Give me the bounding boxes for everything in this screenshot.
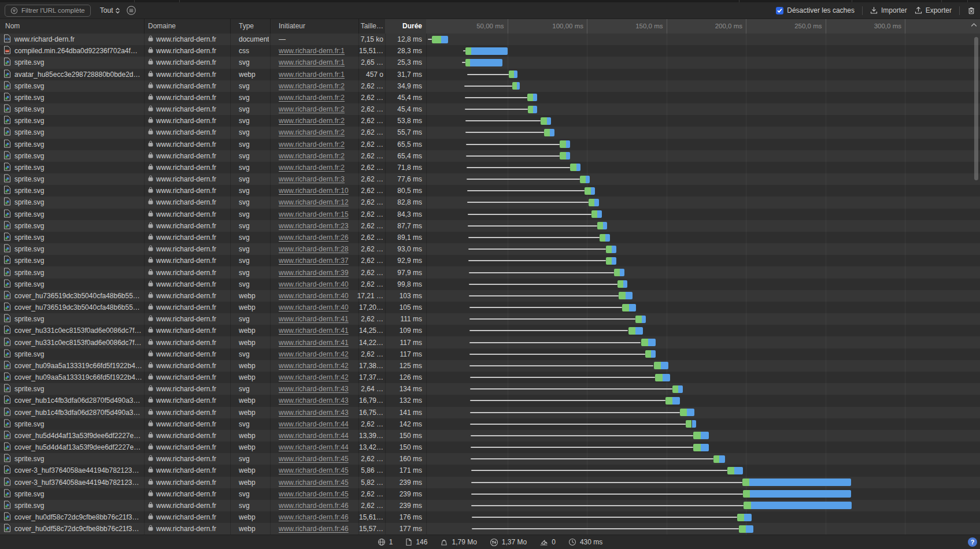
table-row[interactable]: sprite.svgwww.richard-dern.frsvgwww.rich… — [0, 266, 980, 278]
table-row[interactable]: sprite.svgwww.richard-dern.frsvgwww.rich… — [0, 313, 980, 325]
domain-cell: www.richard-dern.fr — [148, 477, 229, 488]
timeline-gridline — [905, 418, 905, 430]
table-row[interactable]: cover_hu0df58c72dc9cfbe8bb76c21f3…www.ri… — [0, 523, 980, 535]
table-row[interactable]: cover_hu09aa5a133319c66fd5f1922b4…www.ri… — [0, 360, 980, 372]
document-image-icon — [3, 372, 11, 383]
duration-cell: 45,4 ms — [384, 103, 422, 115]
import-button[interactable]: Importer — [870, 6, 907, 14]
domain-value: www.richard-dern.fr — [156, 94, 216, 102]
table-row[interactable]: cover-3_huf3764058ae44194b782123…www.ric… — [0, 477, 980, 488]
request-name-cell: <>www.richard-dern.fr — [3, 34, 142, 45]
table-row[interactable]: cover_hu736519dc3b5040cfa48b6b55…www.ric… — [0, 302, 980, 313]
table-row[interactable]: sprite.svgwww.richard-dern.frsvgwww.rich… — [0, 57, 980, 68]
table-row[interactable]: sprite.svgwww.richard-dern.frsvgwww.rich… — [0, 453, 980, 465]
table-row[interactable]: <>www.richard-dern.frwww.richard-dern.fr… — [0, 34, 980, 45]
table-row[interactable]: sprite.svgwww.richard-dern.frsvgwww.rich… — [0, 150, 980, 162]
scrollbar[interactable] — [974, 37, 978, 180]
table-row[interactable]: sprite.svgwww.richard-dern.frsvgwww.rich… — [0, 279, 980, 290]
table-row[interactable]: cover_hu0df58c72dc9cfbe8bb76c21f3…www.ri… — [0, 511, 980, 523]
waterfall-response-bar — [687, 409, 694, 416]
export-button[interactable]: Exporter — [915, 6, 952, 14]
help-button[interactable]: ? — [968, 537, 977, 547]
table-row[interactable]: sprite.svgwww.richard-dern.frsvgwww.rich… — [0, 232, 980, 243]
duration-cell: 77,6 ms — [384, 173, 422, 185]
domain-value: www.richard-dern.fr — [156, 362, 216, 370]
table-row[interactable]: cover_hu736519dc3b5040cfa48b6b55…www.ric… — [0, 290, 980, 302]
column-header-nom[interactable]: Nom — [5, 19, 20, 34]
table-row[interactable]: cover_hu5d4d4af13a53f9dee6df2227e…www.ri… — [0, 430, 980, 442]
column-header-taille[interactable]: Taille… — [346, 19, 383, 34]
timeline-gridline — [905, 92, 905, 103]
size-cell: 457 o — [333, 69, 383, 80]
timeline-gridline — [826, 348, 826, 360]
table-row[interactable]: cover_hub1c4fb3dfa06d2870f5d490a3…www.ri… — [0, 407, 980, 418]
table-row[interactable]: sprite.svgwww.richard-dern.frsvgwww.rich… — [0, 220, 980, 232]
timeline-gridline — [587, 139, 587, 150]
table-row[interactable]: sprite.svgwww.richard-dern.frsvgwww.rich… — [0, 383, 980, 395]
table-row[interactable]: sprite.svgwww.richard-dern.frsvgwww.rich… — [0, 103, 980, 115]
table-row[interactable]: sprite.svgwww.richard-dern.frsvgwww.rich… — [0, 173, 980, 185]
waterfall-request-bar — [541, 117, 546, 125]
table-row[interactable]: sprite.svgwww.richard-dern.frsvgwww.rich… — [0, 418, 980, 430]
size-cell: 15,61… — [333, 511, 383, 523]
table-row[interactable]: cover_hu5d4d4af13a53f9dee6df2227e…www.ri… — [0, 442, 980, 453]
table-row[interactable]: cover_hu331c0ec8153f0ad6e0086dc7f…www.ri… — [0, 325, 980, 336]
waterfall-waiting-line — [471, 505, 744, 506]
waterfall-waiting-line — [468, 214, 591, 215]
table-row[interactable]: sprite.svgwww.richard-dern.frsvgwww.rich… — [0, 162, 980, 173]
timeline-gridline — [905, 196, 905, 208]
lock-icon — [148, 128, 153, 136]
filter-options-icon[interactable] — [126, 5, 136, 16]
table-row[interactable]: sprite.svgwww.richard-dern.frsvgwww.rich… — [0, 92, 980, 103]
lock-icon — [148, 339, 153, 347]
domain-value: www.richard-dern.fr — [156, 140, 216, 149]
size-cell: 17,37… — [333, 372, 383, 383]
table-row[interactable]: cover-3_huf3764058ae44194b782123…www.ric… — [0, 465, 980, 476]
table-row[interactable]: cover_hu09aa5a133319c66fd5f1922b4…www.ri… — [0, 372, 980, 383]
document-image-icon — [3, 162, 11, 173]
duration-cell: 160 ms — [384, 453, 422, 465]
table-row[interactable]: avatar_hu85ecc3e298728880b0bde2d…www.ric… — [0, 69, 980, 80]
document-image-icon — [3, 104, 11, 114]
table-row[interactable]: sprite.svgwww.richard-dern.frsvgwww.rich… — [0, 348, 980, 360]
column-header-domaine[interactable]: Domaine — [148, 19, 176, 34]
timeline-gridline — [667, 150, 667, 162]
timeline-gridline — [746, 232, 746, 243]
duration-cell: 109 ms — [384, 325, 422, 336]
table-row[interactable]: sprite.svgwww.richard-dern.frsvgwww.rich… — [0, 243, 980, 255]
url-filter-input[interactable]: Filtrer l'URL complète — [5, 5, 91, 17]
toolbar-actions: Désactiver les caches Importer Exporter — [776, 6, 975, 15]
waterfall-response-bar — [533, 106, 537, 113]
column-header-type[interactable]: Type — [239, 19, 254, 34]
type-cell: svg — [239, 348, 269, 360]
resource-type-select[interactable]: Tout — [100, 6, 121, 14]
disable-caches-toggle[interactable]: Désactiver les caches — [776, 6, 855, 14]
chevron-up-icon[interactable] — [971, 23, 977, 27]
table-row[interactable]: sprite.svgwww.richard-dern.frsvgwww.rich… — [0, 196, 980, 208]
table-row[interactable]: sprite.svgwww.richard-dern.frsvgwww.rich… — [0, 185, 980, 196]
domain-cell: www.richard-dern.fr — [148, 500, 229, 511]
table-row[interactable]: sprite.svgwww.richard-dern.frsvgwww.rich… — [0, 80, 980, 92]
table-row[interactable]: csscompiled.min.264dba0d92236f702a4f…www… — [0, 45, 980, 57]
clear-network-items-icon[interactable] — [967, 6, 975, 15]
timeline-gridline — [667, 115, 667, 127]
table-row[interactable]: cover_hu331c0ec8153f0ad6e0086dc7f…www.ri… — [0, 336, 980, 348]
table-row[interactable]: sprite.svgwww.richard-dern.frsvgwww.rich… — [0, 127, 980, 138]
waterfall-request-bar — [465, 59, 470, 66]
table-row[interactable]: cover_hub1c4fb3dfa06d2870f5d490a3…www.ri… — [0, 395, 980, 406]
table-row[interactable]: sprite.svgwww.richard-dern.frsvgwww.rich… — [0, 488, 980, 500]
domain-cell: www.richard-dern.fr — [148, 45, 229, 57]
table-row[interactable]: sprite.svgwww.richard-dern.frsvgwww.rich… — [0, 255, 980, 266]
column-header-duree[interactable]: Durée — [385, 19, 426, 34]
timeline-gridline — [905, 69, 905, 80]
timeline-gridline — [905, 185, 905, 196]
timeline-gridline — [905, 372, 905, 383]
table-row[interactable]: sprite.svgwww.richard-dern.frsvgwww.rich… — [0, 500, 980, 511]
column-header-initiateur[interactable]: Initiateur — [279, 19, 305, 34]
table-row[interactable]: sprite.svgwww.richard-dern.frsvgwww.rich… — [0, 115, 980, 127]
size-cell: 2,62 … — [333, 348, 383, 360]
table-row[interactable]: sprite.svgwww.richard-dern.frsvgwww.rich… — [0, 209, 980, 220]
svg-text:<>: <> — [5, 38, 10, 42]
table-row[interactable]: sprite.svgwww.richard-dern.frsvgwww.rich… — [0, 139, 980, 150]
export-label: Exporter — [926, 6, 952, 14]
